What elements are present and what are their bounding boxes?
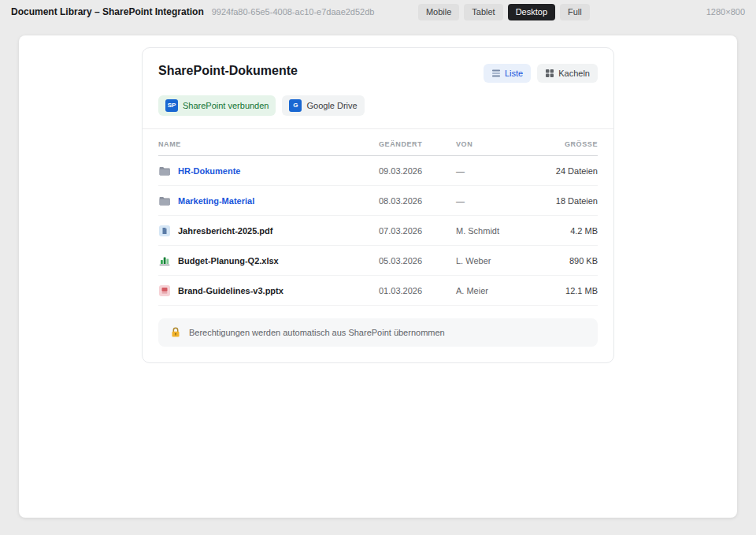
xlsx-file-icon bbox=[158, 254, 171, 267]
resolution-label: 1280×800 bbox=[706, 7, 745, 17]
sharepoint-connected-badge[interactable]: SP SharePoint verbunden bbox=[158, 95, 276, 116]
size-cell: 24 Dateien bbox=[503, 166, 598, 176]
by-cell: — bbox=[456, 196, 503, 206]
column-header-size: GRÖSSE bbox=[503, 140, 598, 148]
list-icon bbox=[491, 69, 501, 78]
device-button-tablet[interactable]: Tablet bbox=[464, 4, 502, 20]
document-uuid: 9924fa80-65e5-4008-ac10-e7daae2d52db bbox=[212, 7, 375, 17]
tiles-view-button[interactable]: Kacheln bbox=[537, 64, 598, 83]
size-cell: 4.2 MB bbox=[503, 226, 598, 236]
modified-cell: 08.03.2026 bbox=[379, 196, 456, 206]
sharepoint-badge-label: SharePoint verbunden bbox=[183, 102, 269, 110]
pdf-file-icon bbox=[158, 225, 171, 237]
grid-icon bbox=[545, 69, 554, 78]
size-cell: 18 Dateien bbox=[503, 196, 598, 206]
by-cell: L. Weber bbox=[456, 256, 503, 266]
table-row[interactable]: Marketing-Material 08.03.2026 — 18 Datei… bbox=[158, 186, 598, 216]
sharepoint-icon: SP bbox=[165, 99, 178, 112]
size-cell: 890 KB bbox=[503, 256, 598, 266]
lock-icon bbox=[169, 326, 182, 339]
name-cell: HR-Dokumente bbox=[158, 165, 379, 177]
by-cell: A. Meier bbox=[456, 286, 503, 295]
table-header-row: NAME GEÄNDERT VON GRÖSSE bbox=[158, 129, 598, 156]
file-name[interactable]: Brand-Guidelines-v3.pptx bbox=[178, 286, 284, 295]
sharepoint-documents-panel: SharePoint-Dokumente Liste Kacheln bbox=[142, 47, 614, 363]
table-row[interactable]: Brand-Guidelines-v3.pptx 01.03.2026 A. M… bbox=[158, 276, 598, 306]
list-view-label: Liste bbox=[505, 69, 523, 78]
table-row[interactable]: Jahresbericht-2025.pdf 07.03.2026 M. Sch… bbox=[158, 216, 598, 246]
google-drive-badge-label: Google Drive bbox=[306, 102, 357, 110]
panel-title: SharePoint-Dokumente bbox=[158, 64, 298, 78]
table-row[interactable]: Budget-Planung-Q2.xlsx 05.03.2026 L. Web… bbox=[158, 246, 598, 276]
list-view-button[interactable]: Liste bbox=[484, 64, 531, 83]
page-title: Document Library – SharePoint Integratio… bbox=[11, 6, 204, 17]
panel-header: SharePoint-Dokumente Liste Kacheln bbox=[158, 64, 598, 83]
file-name[interactable]: Budget-Planung-Q2.xlsx bbox=[178, 256, 279, 266]
device-button-full[interactable]: Full bbox=[560, 4, 590, 20]
modified-cell: 07.03.2026 bbox=[379, 226, 456, 236]
google-drive-icon: G bbox=[289, 99, 302, 112]
device-preview-switcher: Mobile Tablet Desktop Full bbox=[418, 4, 590, 20]
file-name[interactable]: Jahresbericht-2025.pdf bbox=[178, 226, 272, 236]
pptx-file-icon bbox=[158, 284, 171, 297]
preview-canvas: SharePoint-Dokumente Liste Kacheln bbox=[19, 35, 737, 518]
by-cell: M. Schmidt bbox=[456, 226, 503, 236]
folder-icon bbox=[158, 165, 171, 177]
device-button-mobile[interactable]: Mobile bbox=[418, 4, 459, 20]
modified-cell: 01.03.2026 bbox=[379, 286, 456, 295]
modified-cell: 09.03.2026 bbox=[379, 166, 456, 176]
folder-link[interactable]: HR-Dokumente bbox=[178, 166, 240, 176]
table-row[interactable]: HR-Dokumente 09.03.2026 — 24 Dateien bbox=[158, 156, 598, 186]
permissions-note: Berechtigungen werden automatisch aus Sh… bbox=[158, 318, 598, 347]
view-toggle-group: Liste Kacheln bbox=[484, 64, 598, 83]
size-cell: 12.1 MB bbox=[503, 286, 598, 295]
tiles-view-label: Kacheln bbox=[558, 69, 590, 78]
name-cell: Marketing-Material bbox=[158, 195, 379, 207]
name-cell: Jahresbericht-2025.pdf bbox=[158, 225, 379, 237]
column-header-modified: GEÄNDERT bbox=[379, 140, 456, 148]
folder-icon bbox=[158, 195, 171, 207]
top-toolbar: Document Library – SharePoint Integratio… bbox=[0, 0, 756, 24]
connection-badges: SP SharePoint verbunden G Google Drive bbox=[158, 95, 598, 116]
device-button-desktop[interactable]: Desktop bbox=[508, 4, 555, 20]
column-header-name: NAME bbox=[158, 140, 379, 148]
google-drive-badge[interactable]: G Google Drive bbox=[282, 95, 364, 116]
permissions-note-text: Berechtigungen werden automatisch aus Sh… bbox=[189, 328, 445, 337]
modified-cell: 05.03.2026 bbox=[379, 256, 456, 266]
name-cell: Brand-Guidelines-v3.pptx bbox=[158, 284, 379, 297]
by-cell: — bbox=[456, 166, 503, 176]
column-header-by: VON bbox=[456, 140, 503, 148]
folder-link[interactable]: Marketing-Material bbox=[178, 196, 254, 206]
name-cell: Budget-Planung-Q2.xlsx bbox=[158, 254, 379, 267]
